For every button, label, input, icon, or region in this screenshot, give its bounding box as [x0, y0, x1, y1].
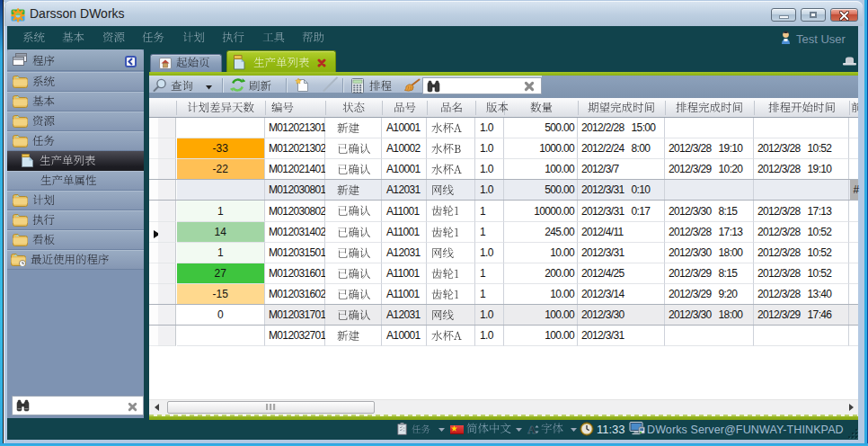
svg-text:A: A	[527, 424, 536, 435]
